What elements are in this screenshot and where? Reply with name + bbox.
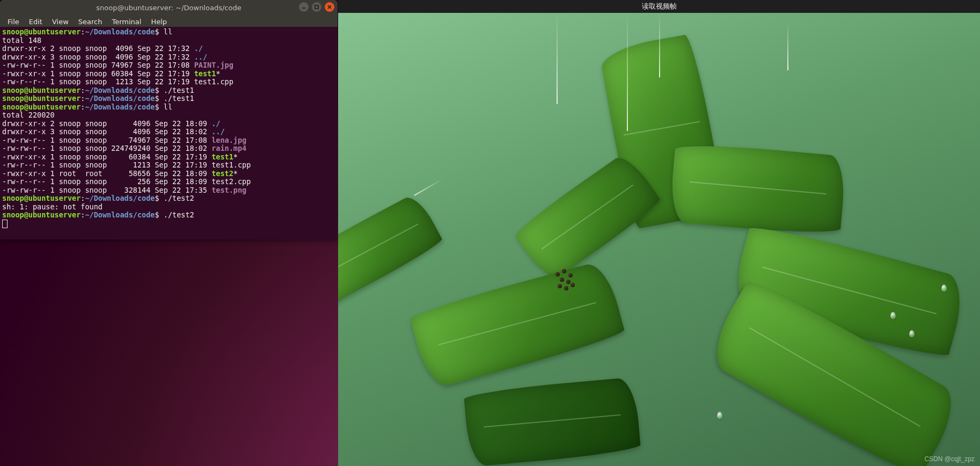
window-title: snoop@ubuntuserver: ~/Downloads/code <box>0 4 338 12</box>
menu-file[interactable]: File <box>3 17 24 27</box>
video-window[interactable]: 读取视频帧 <box>338 0 980 466</box>
window-controls <box>299 2 334 12</box>
menu-edit[interactable]: Edit <box>25 17 47 27</box>
watermark: CSDN @cqjt_zpz <box>924 455 975 463</box>
minimize-button[interactable] <box>299 2 309 12</box>
video-window-title: 读取视频帧 <box>338 0 980 13</box>
terminal-window[interactable]: snoop@ubuntuserver: ~/Downloads/code Fil… <box>0 0 338 239</box>
menu-search[interactable]: Search <box>74 17 107 27</box>
video-frame: CSDN @cqjt_zpz <box>338 13 980 466</box>
menu-bar: File Edit View Search Terminal Help <box>0 15 338 28</box>
window-titlebar[interactable]: snoop@ubuntuserver: ~/Downloads/code <box>0 0 338 15</box>
menu-help[interactable]: Help <box>147 17 171 27</box>
desktop: snoop@ubuntuserver: ~/Downloads/code Fil… <box>0 0 980 466</box>
menu-terminal[interactable]: Terminal <box>107 17 145 27</box>
svg-rect-1 <box>315 5 318 9</box>
close-button[interactable] <box>325 2 334 12</box>
menu-view[interactable]: View <box>48 17 73 27</box>
terminal-output[interactable]: snoop@ubuntuserver:~/Downloads/code$ ll … <box>0 27 338 239</box>
maximize-button[interactable] <box>312 2 321 12</box>
